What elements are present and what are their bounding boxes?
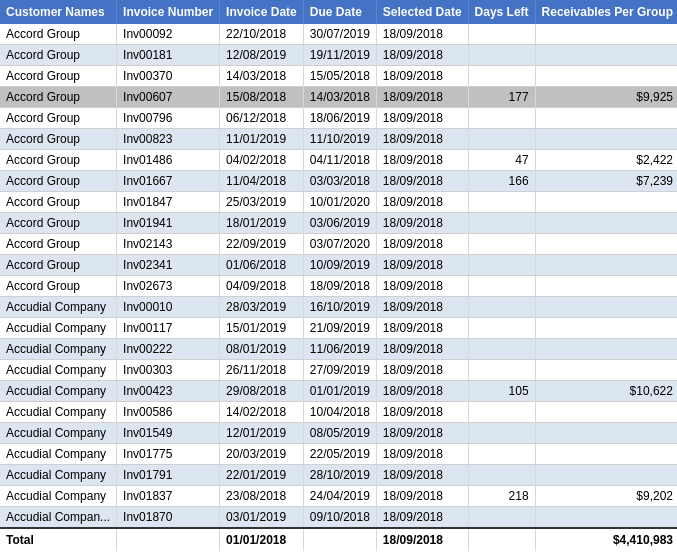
table-footer-row: Total 01/01/2018 18/09/2018 $4,410,983 [0,528,677,551]
table-cell: Accord Group [0,24,117,45]
table-cell: 18/09/2018 [376,45,468,66]
table-row[interactable]: Accord GroupInv0082311/01/201911/10/2019… [0,129,677,150]
table-cell: Inv00303 [117,360,220,381]
invoice-table: Customer Names Invoice Number Invoice Da… [0,0,677,551]
table-row[interactable]: Accudial CompanyInv0177520/03/201922/05/… [0,444,677,465]
table-cell: 11/04/2018 [220,171,304,192]
table-cell: Inv00222 [117,339,220,360]
table-cell: 11/06/2019 [303,339,376,360]
table-row[interactable]: Accord GroupInv0214322/09/201903/07/2020… [0,234,677,255]
table-row[interactable]: Accudial Compan...Inv0187003/01/201909/1… [0,507,677,529]
header-customer: Customer Names [0,0,117,24]
table-cell: 18/09/2018 [376,507,468,529]
table-cell: 10/09/2019 [303,255,376,276]
table-cell: 09/10/2018 [303,507,376,529]
table-cell: Inv00117 [117,318,220,339]
table-row[interactable]: Accudial CompanyInv0058614/02/201810/04/… [0,402,677,423]
table-cell: $9,925 [535,87,677,108]
table-cell: Inv01486 [117,150,220,171]
table-cell: 24/04/2019 [303,486,376,507]
table-row[interactable]: Accudial CompanyInv0022208/01/201911/06/… [0,339,677,360]
footer-inv-date: 01/01/2018 [220,528,304,551]
table-row[interactable]: Accudial CompanyInv0042329/08/201801/01/… [0,381,677,402]
table-cell [535,24,677,45]
table-cell: 18/09/2018 [376,318,468,339]
table-cell: 18/09/2018 [376,486,468,507]
table-cell [535,402,677,423]
table-cell: Inv01775 [117,444,220,465]
table-row[interactable]: Accudial CompanyInv0154912/01/201908/05/… [0,423,677,444]
table-cell: Accord Group [0,87,117,108]
table-cell: 166 [468,171,535,192]
table-cell: 47 [468,150,535,171]
table-cell: 20/03/2019 [220,444,304,465]
table-cell: 18/09/2018 [376,465,468,486]
table-row[interactable]: Accudial CompanyInv0001028/03/201916/10/… [0,297,677,318]
table-row[interactable]: Accord GroupInv0148604/02/201804/11/2018… [0,150,677,171]
table-row[interactable]: Accord GroupInv0166711/04/201803/03/2018… [0,171,677,192]
table-cell: $7,239 [535,171,677,192]
table-row[interactable]: Accord GroupInv0184725/03/201910/01/2020… [0,192,677,213]
table-cell: 03/07/2020 [303,234,376,255]
table-cell: $10,622 [535,381,677,402]
table-cell [535,318,677,339]
table-row[interactable]: Accudial CompanyInv0183723/08/201824/04/… [0,486,677,507]
table-cell: 04/02/2018 [220,150,304,171]
table-cell: 28/03/2019 [220,297,304,318]
footer-recv: $4,410,983 [535,528,677,551]
table-body: Accord GroupInv0009222/10/201830/07/2019… [0,24,677,528]
table-row[interactable]: Accord GroupInv0079606/12/201818/06/2019… [0,108,677,129]
table-row[interactable]: Accudial CompanyInv0011715/01/201921/09/… [0,318,677,339]
table-cell: Inv01847 [117,192,220,213]
table-cell [468,360,535,381]
table-row[interactable]: Accord GroupInv0234101/06/201810/09/2019… [0,255,677,276]
table-cell: 12/01/2019 [220,423,304,444]
table-cell: 27/09/2019 [303,360,376,381]
table-cell: 23/08/2018 [220,486,304,507]
table-row[interactable]: Accudial CompanyInv0030326/11/201827/09/… [0,360,677,381]
table-cell [468,129,535,150]
table-row[interactable]: Accord GroupInv0018112/08/201919/11/2019… [0,45,677,66]
table-cell: 16/10/2019 [303,297,376,318]
table-cell [535,297,677,318]
table-row[interactable]: Accord GroupInv0037014/03/201815/05/2018… [0,66,677,87]
table-cell: 04/09/2018 [220,276,304,297]
table-cell: 15/05/2018 [303,66,376,87]
table-row[interactable]: Accord GroupInv0009222/10/201830/07/2019… [0,24,677,45]
table-row[interactable]: Accord GroupInv0194118/01/201903/06/2019… [0,213,677,234]
table-cell: Accord Group [0,129,117,150]
table-cell: Inv00181 [117,45,220,66]
table-cell: 10/04/2018 [303,402,376,423]
table-row[interactable]: Accord GroupInv0267304/09/201818/09/2018… [0,276,677,297]
table-cell: 18/09/2018 [376,381,468,402]
table-cell: Accord Group [0,108,117,129]
table-cell: Accord Group [0,276,117,297]
table-cell: Accudial Company [0,423,117,444]
table-cell [535,213,677,234]
header-days-left: Days Left [468,0,535,24]
table-cell: 01/06/2018 [220,255,304,276]
table-row[interactable]: Accord GroupInv0060715/08/201814/03/2018… [0,87,677,108]
table-cell [468,255,535,276]
table-cell: 18/09/2018 [376,234,468,255]
table-cell [535,276,677,297]
table-cell [535,465,677,486]
table-cell [468,507,535,529]
table-cell: 21/09/2019 [303,318,376,339]
table-row[interactable]: Accudial CompanyInv0179122/01/201928/10/… [0,465,677,486]
table-cell: Accudial Company [0,465,117,486]
table-cell [468,213,535,234]
header-due-date: Due Date [303,0,376,24]
table-cell: 177 [468,87,535,108]
table-cell: 10/01/2020 [303,192,376,213]
table-cell [468,66,535,87]
table-cell: 18/09/2018 [376,402,468,423]
table-cell: 18/09/2018 [376,24,468,45]
table-cell: Accudial Company [0,486,117,507]
header-invoice-number: Invoice Number [117,0,220,24]
table-cell: 18/09/2018 [376,213,468,234]
table-cell: 03/03/2018 [303,171,376,192]
table-cell [535,108,677,129]
table-cell: 18/09/2018 [303,276,376,297]
header-invoice-date: Invoice Date [220,0,304,24]
